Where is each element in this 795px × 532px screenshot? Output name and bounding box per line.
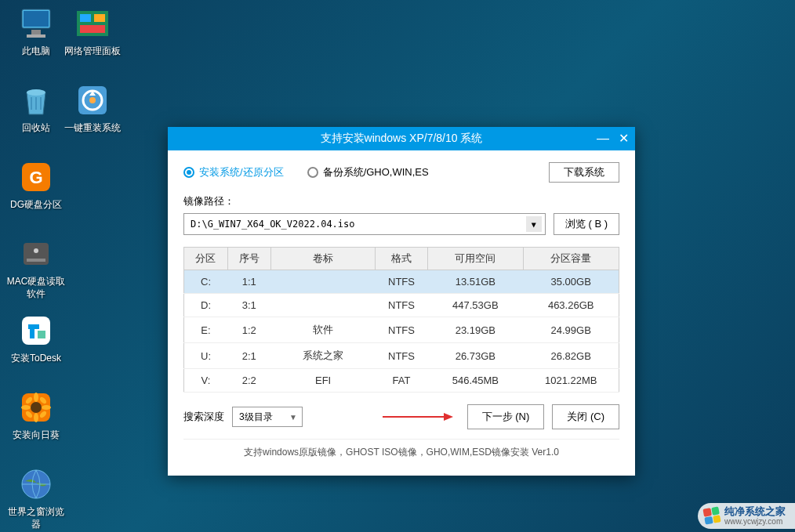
cell-vol: 软件 xyxy=(271,317,376,343)
svg-rect-16 xyxy=(27,259,45,262)
search-depth-select[interactable]: 3级目录 ▼ xyxy=(232,407,303,427)
image-path-label: 镜像路径： xyxy=(183,194,619,208)
radio-install-restore[interactable]: 安装系统/还原分区 xyxy=(183,165,284,179)
table-row[interactable]: C:1:1NTFS13.51GB35.00GB xyxy=(184,270,619,294)
table-header-row: 分区 序号 卷标 格式 可用空间 分区容量 xyxy=(184,248,619,270)
cell-seq: 1:1 xyxy=(227,270,271,294)
trash-icon xyxy=(17,81,55,119)
col-drive: 分区 xyxy=(184,248,228,270)
icon-label: 世界之窗浏览器 xyxy=(5,506,67,530)
cell-size: 463.26GB xyxy=(523,294,619,317)
desktop-icon-reinstall[interactable]: 一键重装系统 xyxy=(61,81,124,135)
cell-seq: 3:1 xyxy=(227,294,271,317)
sunflower-icon xyxy=(17,389,55,426)
image-path-select[interactable]: D:\G_WIN7_X64_OK_V2022.04.iso ▼ xyxy=(183,213,546,235)
col-size: 分区容量 xyxy=(523,248,619,270)
cell-drive: E: xyxy=(184,317,228,343)
monitor-icon xyxy=(17,5,55,42)
svg-point-15 xyxy=(34,248,38,253)
icon-label: MAC硬盘读取软件 xyxy=(5,276,67,300)
icon-label: DG硬盘分区 xyxy=(5,199,67,212)
icon-label: 安装ToDesk xyxy=(5,353,67,365)
table-row[interactable]: V:2:2EFIFAT546.45MB1021.22MB xyxy=(184,369,619,393)
image-path-value: D:\G_WIN7_X64_OK_V2022.04.iso xyxy=(191,219,355,230)
svg-rect-18 xyxy=(38,331,45,338)
minimize-button[interactable]: — xyxy=(597,132,609,145)
dg-icon: G xyxy=(17,158,55,196)
search-depth-label: 搜索深度 xyxy=(183,410,224,424)
cell-free: 13.51GB xyxy=(427,270,523,294)
reinstall-icon xyxy=(74,81,111,119)
desktop-icon-todesk[interactable]: 安装ToDesk xyxy=(5,312,67,365)
hdd-icon xyxy=(17,235,55,273)
svg-rect-2 xyxy=(31,30,41,34)
installer-window: 支持安装windows XP/7/8/10 系统 — ✕ 安装系统/还原分区 备… xyxy=(168,127,635,476)
svg-point-22 xyxy=(34,413,38,422)
cell-free: 26.73GB xyxy=(427,343,523,369)
cell-drive: U: xyxy=(184,343,228,369)
footer-text: 支持windows原版镜像，GHOST ISO镜像，GHO,WIM,ESD镜像安… xyxy=(183,439,619,464)
cell-free: 546.45MB xyxy=(427,369,523,393)
globe-icon xyxy=(17,465,55,503)
col-seq: 序号 xyxy=(227,248,271,270)
radio-checked-icon xyxy=(183,167,194,178)
cell-size: 26.82GB xyxy=(523,343,619,369)
svg-rect-6 xyxy=(94,14,105,22)
desktop-icon-diskgenius[interactable]: G DG硬盘分区 xyxy=(5,158,67,212)
cell-vol: 系统之家 xyxy=(271,343,376,369)
svg-rect-3 xyxy=(27,34,45,38)
close-button[interactable]: ✕ xyxy=(619,132,629,145)
titlebar: 支持安装windows XP/7/8/10 系统 — ✕ xyxy=(168,127,635,150)
cell-fmt: NTFS xyxy=(376,343,428,369)
todesk-icon xyxy=(17,312,55,349)
annotation-arrow xyxy=(310,411,459,422)
chevron-down-icon: ▼ xyxy=(289,413,297,422)
col-volume: 卷标 xyxy=(271,248,376,270)
col-format: 格式 xyxy=(376,248,428,270)
svg-point-8 xyxy=(27,89,45,96)
svg-point-21 xyxy=(34,393,38,402)
icon-label: 此电脑 xyxy=(5,45,67,58)
radio-backup[interactable]: 备份系统/GHO,WIN,ES xyxy=(307,165,429,179)
svg-point-23 xyxy=(21,405,31,410)
desktop-icon-mac-disk[interactable]: MAC硬盘读取软件 xyxy=(5,235,67,300)
cell-size: 24.99GB xyxy=(523,317,619,343)
cell-seq: 2:1 xyxy=(227,343,271,369)
cell-drive: V: xyxy=(184,369,228,393)
table-row[interactable]: E:1:2软件NTFS23.19GB24.99GB xyxy=(184,317,619,343)
cell-seq: 1:2 xyxy=(227,317,271,343)
window-title: 支持安装windows XP/7/8/10 系统 xyxy=(321,132,483,146)
desktop-icon-this-pc[interactable]: 此电脑 xyxy=(5,5,67,58)
table-row[interactable]: D:3:1NTFS447.53GB463.26GB xyxy=(184,294,619,317)
svg-marker-32 xyxy=(444,413,453,421)
svg-point-24 xyxy=(42,405,51,410)
radio-unchecked-icon xyxy=(307,167,318,178)
icon-label: 一键重装系统 xyxy=(61,122,124,135)
cell-vol xyxy=(271,270,376,294)
icon-label: 回收站 xyxy=(5,122,67,135)
table-row[interactable]: U:2:1系统之家NTFS26.73GB26.82GB xyxy=(184,343,619,369)
desktop-icon-recycle-bin[interactable]: 回收站 xyxy=(5,81,67,135)
window-body: 安装系统/还原分区 备份系统/GHO,WIN,ES 下载系统 镜像路径： D:\… xyxy=(168,150,635,476)
watermark-logo-icon xyxy=(702,507,721,525)
download-system-button[interactable]: 下载系统 xyxy=(549,162,619,183)
desktop-icon-sunlogin[interactable]: 安装向日葵 xyxy=(5,389,67,442)
next-button[interactable]: 下一步 (N) xyxy=(467,404,545,429)
cell-drive: D: xyxy=(184,294,228,317)
browse-button[interactable]: 浏览 ( B ) xyxy=(554,213,619,235)
svg-point-20 xyxy=(31,402,42,413)
icon-label: 安装向日葵 xyxy=(5,429,67,442)
svg-point-11 xyxy=(89,97,96,103)
cell-free: 23.19GB xyxy=(427,317,523,343)
cell-vol: EFI xyxy=(271,369,376,393)
cell-fmt: NTFS xyxy=(376,317,428,343)
watermark: 纯净系统之家 www.ycwjzy.com xyxy=(698,503,795,529)
cell-fmt: NTFS xyxy=(376,294,428,317)
close-action-button[interactable]: 关闭 (C) xyxy=(552,404,619,429)
cell-seq: 2:2 xyxy=(227,369,271,393)
panel-icon xyxy=(74,5,111,42)
col-free: 可用空间 xyxy=(427,248,523,270)
desktop-icon-network-panel[interactable]: 网络管理面板 xyxy=(61,5,124,58)
partition-table: 分区 序号 卷标 格式 可用空间 分区容量 C:1:1NTFS13.51GB35… xyxy=(183,247,619,393)
desktop-icon-theworld[interactable]: 世界之窗浏览器 xyxy=(5,465,67,530)
